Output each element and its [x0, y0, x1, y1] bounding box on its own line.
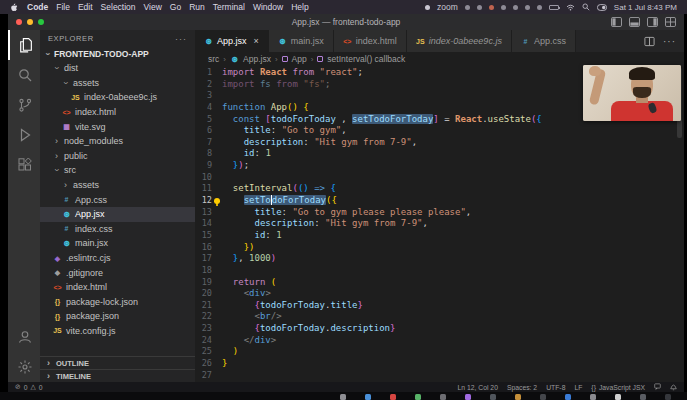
- window-title-bar[interactable]: App.jsx — frontend-todo-app: [8, 14, 684, 30]
- menubar-app-icon[interactable]: [501, 5, 506, 10]
- code-line-8[interactable]: 8 id: 1: [195, 148, 684, 160]
- outline-section[interactable]: › OUTLINE: [40, 356, 195, 369]
- timeline-section[interactable]: › TIMELINE: [40, 369, 195, 382]
- code-line-12[interactable]: 12 setTodoForToday({: [195, 195, 684, 207]
- explorer-item-app-jsx[interactable]: ⊛App.jsx: [40, 207, 195, 222]
- code-line-13[interactable]: 13 title: "Go to gym please please pleas…: [195, 207, 684, 219]
- spotlight-search-icon[interactable]: [582, 3, 590, 11]
- activity-explorer-icon[interactable]: [8, 30, 40, 60]
- dock-app-icon[interactable]: [390, 394, 396, 400]
- code-line-10[interactable]: 10: [195, 172, 684, 184]
- dock-app-icon[interactable]: [490, 394, 496, 400]
- code-line-16[interactable]: 16 }): [195, 242, 684, 254]
- menu-item-go[interactable]: Go: [170, 2, 181, 12]
- code-line-19[interactable]: 19 return (: [195, 277, 684, 289]
- explorer-item-index-0abeee9c-js[interactable]: JSindex-0abeee9c.js: [40, 90, 195, 105]
- explorer-item-public[interactable]: ›public: [40, 149, 195, 164]
- menubar-app-icon[interactable]: [489, 5, 494, 10]
- encoding-setting[interactable]: UTF-8: [546, 384, 565, 391]
- feedback-icon[interactable]: [654, 383, 661, 391]
- battery-icon[interactable]: [549, 5, 559, 10]
- dock-app-icon[interactable]: [340, 394, 346, 400]
- code-line-14[interactable]: 14 description: "Hit gym from 7-9",: [195, 218, 684, 230]
- dock-app-icon[interactable]: [365, 394, 371, 400]
- menubar-app-icon[interactable]: [537, 5, 542, 10]
- menu-item-code[interactable]: Code: [27, 2, 48, 12]
- notifications-bell-icon[interactable]: [670, 383, 677, 391]
- activity-search-icon[interactable]: [8, 60, 40, 90]
- code-line-11[interactable]: 11 setInterval(() => {: [195, 183, 684, 195]
- toggle-secondary-sidebar-icon[interactable]: [647, 17, 658, 27]
- breadcrumb-item[interactable]: App.jsx: [243, 54, 271, 64]
- dock-app-icon[interactable]: [515, 394, 521, 400]
- code-line-18[interactable]: 18: [195, 265, 684, 277]
- code-line-17[interactable]: 17 }, 1000): [195, 253, 684, 265]
- code-line-7[interactable]: 7 description: "Hit gym from 7-9",: [195, 137, 684, 149]
- menu-item-help[interactable]: Help: [291, 2, 308, 12]
- tab-index-0abeee9c-js[interactable]: JSindex-0abeee9c.js: [407, 30, 512, 52]
- menubar-app-icon[interactable]: [465, 5, 470, 10]
- eol-setting[interactable]: LF: [574, 384, 582, 391]
- editor-more-actions-icon[interactable]: ···: [663, 36, 676, 47]
- maximize-window-button[interactable]: [38, 19, 44, 25]
- dock-app-icon[interactable]: [615, 394, 621, 400]
- dock-app-icon[interactable]: [440, 394, 446, 400]
- code-line-27[interactable]: 27: [195, 370, 684, 382]
- menu-item-terminal[interactable]: Terminal: [213, 2, 245, 12]
- breadcrumb-item[interactable]: setInterval() callback: [327, 54, 405, 64]
- screen-record-icon[interactable]: [425, 5, 430, 10]
- toggle-panel-icon[interactable]: [629, 17, 640, 27]
- explorer-more-actions-icon[interactable]: ···: [175, 34, 187, 44]
- code-line-23[interactable]: 23 {todoForToday.description}: [195, 323, 684, 335]
- explorer-item-index-html[interactable]: <>index.html: [40, 280, 195, 295]
- breadcrumb-item[interactable]: App: [292, 54, 307, 64]
- code-line-22[interactable]: 22 <br/>: [195, 311, 684, 323]
- problems-indicator[interactable]: ⊘0 △0: [15, 383, 43, 391]
- menubar-clock[interactable]: Sat 1 Jul 8:43 PM: [614, 3, 677, 12]
- customize-layout-icon[interactable]: [665, 17, 676, 27]
- explorer-item--eslintrc-cjs[interactable]: ◈.eslintrc.cjs: [40, 251, 195, 266]
- dock-app-icon[interactable]: [415, 394, 421, 400]
- explorer-item-index-html[interactable]: <>index.html: [40, 105, 195, 120]
- close-window-button[interactable]: [16, 19, 22, 25]
- activity-accounts-icon[interactable]: [8, 322, 40, 352]
- explorer-item-src[interactable]: ›src: [40, 163, 195, 178]
- dock-app-icon[interactable]: [565, 394, 571, 400]
- menu-item-edit[interactable]: Edit: [78, 2, 93, 12]
- explorer-item-package-lock-json[interactable]: {}package-lock.json: [40, 295, 195, 310]
- explorer-item-index-css[interactable]: #index.css: [40, 222, 195, 237]
- explorer-item-assets[interactable]: ›assets: [40, 76, 195, 91]
- wifi-icon[interactable]: [566, 4, 575, 11]
- tab-index-html[interactable]: <>index.html: [334, 30, 407, 52]
- explorer-item-app-css[interactable]: #App.css: [40, 192, 195, 207]
- toggle-primary-sidebar-icon[interactable]: [611, 17, 622, 27]
- minimize-window-button[interactable]: [27, 19, 33, 25]
- menu-item-view[interactable]: View: [144, 2, 162, 12]
- apple-menu-icon[interactable]: [10, 3, 18, 12]
- code-line-24[interactable]: 24 </div>: [195, 335, 684, 347]
- explorer-item-node-modules[interactable]: ›node_modules: [40, 134, 195, 149]
- dock-app-icon[interactable]: [540, 394, 546, 400]
- macos-dock[interactable]: [0, 392, 687, 400]
- explorer-root-folder[interactable]: › FRONTEND-TODO-APP: [40, 47, 195, 61]
- zoom-menu-item[interactable]: zoom: [437, 2, 458, 12]
- menubar-app-icon[interactable]: [513, 5, 518, 10]
- explorer-item-vite-svg[interactable]: ▦vite.svg: [40, 119, 195, 134]
- explorer-item-assets[interactable]: ›assets: [40, 178, 195, 193]
- code-line-26[interactable]: 26}: [195, 358, 684, 370]
- dock-app-icon[interactable]: [640, 394, 646, 400]
- explorer-item--gitignore[interactable]: ◆.gitignore: [40, 265, 195, 280]
- activity-extensions-icon[interactable]: [8, 150, 40, 180]
- code-line-21[interactable]: 21 {todoForToday.title}: [195, 300, 684, 312]
- explorer-item-package-json[interactable]: {}package.json: [40, 309, 195, 324]
- dock-app-icon[interactable]: [590, 394, 596, 400]
- explorer-item-dist[interactable]: ›dist: [40, 61, 195, 76]
- code-line-15[interactable]: 15 id: 1: [195, 230, 684, 242]
- menu-item-run[interactable]: Run: [189, 2, 205, 12]
- close-tab-icon[interactable]: ×: [254, 36, 259, 46]
- menu-item-window[interactable]: Window: [253, 2, 283, 12]
- lightbulb-icon[interactable]: [214, 198, 220, 204]
- dock-app-icon[interactable]: [465, 394, 471, 400]
- indentation-setting[interactable]: Spaces: 2: [507, 384, 537, 391]
- menu-item-file[interactable]: File: [56, 2, 70, 12]
